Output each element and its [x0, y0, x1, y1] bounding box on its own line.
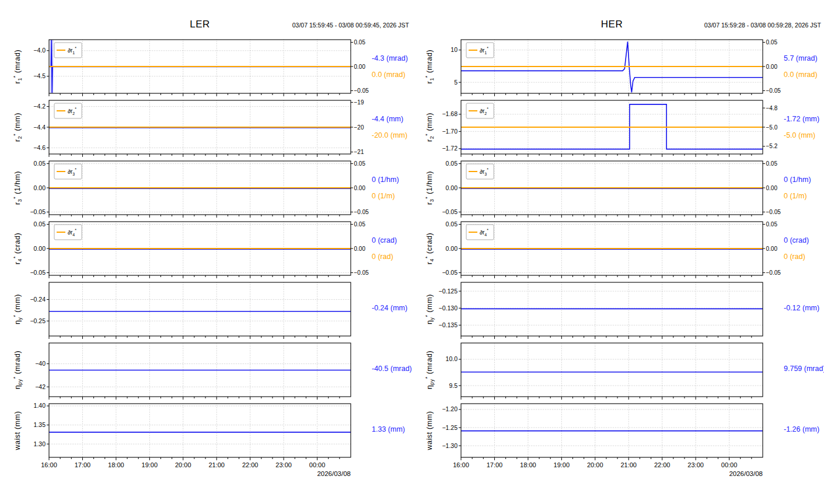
readout-blue-row3: 0 (1/hm): [784, 176, 811, 184]
y-tick-label: −0.05: [442, 269, 458, 276]
y-axis-label: waist (mm): [425, 411, 434, 450]
readout-blue-row2: -4.4 (mm): [372, 115, 403, 123]
plot-ler-row7: 1.401.351.30waist (mm)16:0017:0018:0019:…: [0, 401, 412, 475]
x-tick-label: 19:00: [554, 461, 570, 468]
plot-her-row2: −1.68−1.70−1.72−4.8−5.0−5.2r2* (mm)∂r2*: [412, 98, 824, 159]
readout-blue-row4: 0 (crad): [372, 236, 397, 244]
x-tick-label: 23:00: [687, 461, 704, 468]
readout-orange-row1: 0.0 (mrad): [372, 71, 406, 79]
plot-rows: −4.0−4.50.050.00−0.05r1* (mrad)∂r1*−4.2−…: [0, 37, 412, 475]
readout-orange-row3: 0 (1/m): [784, 192, 807, 200]
plot-her-row1: 1050.050.00−0.05r1* (mrad)∂r1*: [412, 37, 824, 98]
x-tick-label: 20:00: [175, 461, 191, 468]
right-y-tick-label: −0.05: [766, 209, 781, 215]
y-tick-label: 1.40: [34, 402, 46, 409]
plot-her-row7: −1.20−1.25−1.30waist (mm)16:0017:0018:00…: [412, 401, 824, 475]
y-axis-label: ηy* (mm): [424, 294, 435, 324]
x-axis-date: 2026/03/08: [49, 470, 351, 477]
y-tick-label: −0.130: [439, 304, 458, 312]
y-tick-label: −1.20: [442, 405, 458, 412]
y-axis-label: r2* (mm): [424, 113, 435, 142]
legend: ∂r2*: [466, 103, 494, 118]
y-tick-label: −1.68: [442, 110, 458, 117]
readout-blue-row4: 0 (crad): [784, 236, 809, 244]
x-tick-label: 23:00: [275, 461, 292, 468]
plot-ler-row6: −40−42ηpy* (mrad): [0, 341, 412, 401]
readout-orange-row2: -20.0 (mm): [372, 131, 407, 139]
plot-rows: 1050.050.00−0.05r1* (mrad)∂r1*−1.68−1.70…: [412, 37, 824, 475]
readout-blue-row6: -40.5 (mrad): [372, 365, 412, 373]
plot-her-row5: −0.125−0.130−0.135ηy* (mm): [412, 280, 824, 341]
readout-orange-row4: 0 (rad): [784, 253, 805, 261]
y-axis-label: r3* (1/hm): [424, 171, 435, 205]
y-axis-label: ηpy* (mrad): [12, 351, 23, 390]
right-y-tick-label: 0.00: [766, 185, 778, 191]
readout-orange-row4: 0 (rad): [372, 253, 393, 261]
right-y-tick-label: 0.00: [354, 246, 366, 252]
readout-blue-row2: -1.72 (mm): [784, 115, 819, 123]
x-tick-label: 16:00: [41, 461, 57, 468]
y-axis-label: r2* (mm): [12, 113, 23, 142]
optics-strip-chart-screen: LER 03/07 15:59:45 - 03/08 00:59:45, 202…: [0, 0, 824, 504]
right-y-tick-label: 0.00: [354, 64, 366, 70]
y-tick-label: −0.05: [30, 208, 46, 215]
readout-orange-row2: -5.0 (mm): [784, 131, 815, 139]
plot-ler-row1: −4.0−4.50.050.00−0.05r1* (mrad)∂r1*: [0, 37, 412, 98]
legend: ∂r4*: [54, 225, 82, 240]
y-axis-label: r4* (crad): [424, 233, 435, 265]
plot-her-row4: 0.050.00−0.050.050.00−0.05r4* (crad)∂r4*: [412, 219, 824, 280]
x-tick-label: 21:00: [620, 461, 637, 468]
y-tick-label: −4.4: [33, 124, 46, 131]
y-axis-label: r3* (1/hm): [12, 171, 23, 205]
x-axis-date: 2026/03/08: [461, 470, 763, 477]
readout-blue-row1: 5.7 (mrad): [784, 54, 818, 62]
x-tick-label: 20:00: [587, 461, 603, 468]
y-tick-label: −0.135: [439, 321, 458, 328]
right-y-tick-label: −21: [354, 149, 364, 155]
y-tick-label: 0.05: [446, 220, 458, 228]
right-y-tick-label: 0.05: [354, 39, 366, 46]
y-axis-label: r4* (crad): [12, 233, 23, 265]
plot-her-row3: 0.050.00−0.050.050.00−0.05r3* (1/hm)∂r3*: [412, 159, 824, 219]
y-tick-label: 10.0: [446, 355, 458, 362]
readout-blue-row3: 0 (1/hm): [372, 176, 399, 184]
y-tick-label: −1.30: [442, 442, 458, 449]
plot-ler-row2: −4.2−4.4−4.6−19−20−21r2* (mm)∂r2*: [0, 98, 412, 159]
right-y-tick-label: 0.05: [354, 221, 366, 228]
readout-blue-row6: 9.759 (mrad): [784, 365, 824, 373]
x-tick-label: 21:00: [208, 461, 225, 468]
x-tick-label: 17:00: [487, 461, 503, 468]
legend: ∂r3*: [54, 164, 82, 179]
y-tick-label: 1.30: [34, 440, 46, 447]
legend: ∂r3*: [466, 164, 494, 179]
y-tick-label: −0.24: [30, 296, 46, 303]
readout-blue-row7: 1.33 (mm): [372, 425, 405, 433]
x-tick-label: 22:00: [654, 461, 671, 468]
legend: ∂r1*: [466, 43, 494, 58]
y-tick-label: −1.70: [442, 128, 458, 135]
y-tick-label: 0.05: [34, 220, 46, 228]
y-tick-label: 0.05: [34, 160, 46, 167]
right-y-tick-label: 0.05: [354, 160, 366, 167]
plot-ler-row4: 0.050.00−0.050.050.00−0.05r4* (crad)∂r4*: [0, 219, 412, 280]
y-tick-label: −1.72: [442, 145, 458, 152]
panel-ler: LER 03/07 15:59:45 - 03/08 00:59:45, 202…: [0, 0, 412, 504]
y-tick-label: −0.05: [442, 208, 458, 215]
legend: ∂r2*: [54, 103, 82, 118]
y-tick-label: −4.2: [33, 103, 46, 110]
readout-blue-row5: -0.12 (mm): [784, 304, 819, 312]
right-y-tick-label: 0.00: [354, 185, 366, 191]
right-y-tick-label: −20: [354, 124, 364, 131]
y-tick-label: 0.00: [34, 245, 46, 252]
panel-timespan: 03/07 15:59:28 - 03/08 00:59:28, 2026 JS…: [704, 22, 821, 29]
y-axis-label: waist (mm): [13, 411, 22, 450]
y-axis-label: r1* (mrad): [424, 50, 435, 84]
x-tick-label: 22:00: [242, 461, 259, 468]
y-tick-label: 0.00: [34, 184, 46, 191]
y-axis-label: ηy* (mm): [12, 294, 23, 324]
plot-her-row6: 10.09.5ηpy* (mrad): [412, 341, 824, 401]
right-y-tick-label: 0.05: [766, 160, 778, 167]
plot-ler-row3: 0.050.00−0.050.050.00−0.05r3* (1/hm)∂r3*: [0, 159, 412, 219]
x-tick-label: 17:00: [75, 461, 91, 468]
y-tick-label: −0.125: [439, 288, 458, 295]
